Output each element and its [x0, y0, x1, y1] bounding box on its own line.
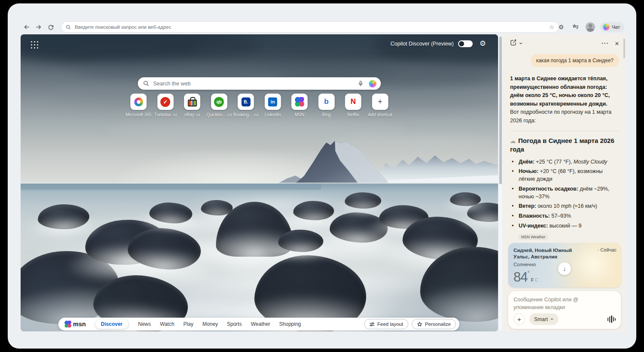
mode-selector[interactable]: Smart: [529, 313, 559, 325]
profile-avatar[interactable]: [586, 22, 595, 32]
shortcut-linkedin[interactable]: inLinkedIn: [259, 94, 286, 117]
copilot-composer[interactable]: Сообщение Copilot или @ упоминание вклад…: [508, 291, 621, 329]
shortcut-quickbooks[interactable]: qbQuickbo...Ad: [206, 94, 233, 117]
mic-icon[interactable]: [358, 80, 364, 87]
favorite-star-icon[interactable]: ☆: [549, 24, 554, 30]
weather-card[interactable]: Сидней, Новый Южный Уэльс, Австралия · С…: [508, 243, 621, 288]
toolbar-right: ⚙ Чат: [556, 21, 624, 33]
search-placeholder: Search the web: [153, 81, 358, 87]
turbotax-icon: ✓: [157, 94, 173, 110]
tab-sports[interactable]: Sports: [227, 321, 242, 327]
answer-summary: 1 марта в Сиднее ожидается тёплая, преим…: [510, 76, 610, 107]
cloud-icon: ☁: [510, 138, 516, 144]
weather-bullet: Вероятность осадков: днём ~29%, ночью ~3…: [510, 185, 619, 201]
address-bar[interactable]: Введите поисковый запрос или веб-адрес ☆: [61, 21, 559, 33]
refresh-icon[interactable]: [46, 22, 56, 32]
copilot-answer: 1 марта в Сиднее ожидается тёплая, преим…: [510, 75, 619, 125]
copilot-discover-row: Copilot Discover (Preview) ⚙: [390, 40, 486, 47]
add-shortcut-icon: +: [372, 94, 388, 110]
weather-bullets: Днём: +25 °C (77 °F), Mostly CloudyНочью…: [510, 158, 619, 230]
voice-input-icon[interactable]: [608, 316, 616, 323]
bing-icon: b: [318, 94, 334, 110]
msn-footer-bar: msn DiscoverNewsWatchPlayMoneySportsWeat…: [58, 318, 459, 331]
chevron-down-icon[interactable]: [519, 39, 523, 47]
app-grid-icon[interactable]: [31, 41, 38, 49]
shortcut-microsoft365[interactable]: Microsoft 365: [125, 94, 152, 117]
weather-time-label: · Сейчас: [598, 247, 617, 260]
personalize-button[interactable]: Personalize: [412, 319, 456, 329]
weather-bullet: Днём: +25 °C (77 °F), Mostly Cloudy: [510, 158, 619, 166]
shortcut-turbotax[interactable]: ✓TurbotaxAd: [152, 94, 179, 117]
weather-temperature: 84°FC: [513, 270, 538, 285]
unit-celsius[interactable]: C: [535, 278, 538, 282]
footer-right: Feed layout Personalize: [364, 319, 456, 329]
sliders-icon: [369, 322, 375, 327]
copilot-chat-button[interactable]: Чат: [600, 22, 624, 32]
footer-tabs: DiscoverNewsWatchPlayMoneySportsWeatherS…: [95, 319, 301, 329]
chevron-down-icon: [550, 317, 554, 321]
personalize-label: Personalize: [425, 322, 451, 327]
netflix-icon: N: [345, 94, 361, 110]
more-options-icon[interactable]: ···: [601, 40, 609, 46]
weather-bullet: Ночью: +20 °C (68 °F), возможны лёгкие д…: [510, 168, 619, 183]
web-search-input[interactable]: Search the web: [138, 77, 381, 90]
microsoft365-icon: [131, 94, 147, 110]
tab-news[interactable]: News: [138, 321, 151, 327]
favorites-bar-icon[interactable]: [571, 22, 580, 32]
extensions-icon[interactable]: ⚙: [556, 22, 566, 32]
back-icon[interactable]: [21, 22, 32, 32]
copilot-discover-toggle[interactable]: [458, 40, 473, 47]
answer-intro: Вот подробности по прогнозу на 1 марта 2…: [510, 109, 611, 124]
add-attachment-button[interactable]: +: [513, 313, 525, 325]
tab-play[interactable]: Play: [183, 321, 193, 327]
divider: [510, 131, 619, 131]
address-placeholder: Введите поисковый запрос или веб-адрес: [75, 24, 549, 30]
chat-button-label: Чат: [612, 24, 620, 30]
msn-logo-icon[interactable]: [64, 321, 71, 328]
new-chat-icon[interactable]: [510, 39, 517, 48]
tab-shopping[interactable]: Shopping: [279, 321, 301, 327]
close-icon[interactable]: ×: [615, 40, 619, 47]
shortcut-add-shortcut[interactable]: +Add shortcut: [367, 94, 394, 117]
shortcut-booking[interactable]: B.Booking...Ad: [233, 94, 260, 117]
forward-icon[interactable]: [33, 22, 44, 32]
composer-placeholder: Сообщение Copilot или @ упоминание вклад…: [513, 296, 606, 311]
search-icon: [143, 80, 149, 87]
weather-bullet: Влажность: 57–93%: [510, 212, 619, 220]
shortcut-bing[interactable]: bBing: [313, 94, 340, 117]
weather-location: Сидней, Новый Южный Уэльс, Австралия: [513, 247, 586, 260]
shortcut-msn[interactable]: MSN: [286, 94, 313, 117]
shortcut-netflix[interactable]: NNetflix: [340, 94, 367, 117]
expand-weather-button[interactable]: ↓: [558, 262, 571, 275]
copilot-icon: [603, 24, 610, 30]
msn-logo-text[interactable]: msn: [73, 321, 86, 328]
search-icon: [66, 24, 71, 30]
page-scrollbar[interactable]: [499, 35, 502, 331]
tab-watch[interactable]: Watch: [160, 321, 175, 327]
tab-weather[interactable]: Weather: [251, 321, 270, 327]
sidebar-header: ··· ×: [510, 39, 619, 48]
shortcuts-row: Microsoft 365✓TurbotaxAdeBayAdqbQuickbo.…: [125, 94, 394, 117]
ebay-icon: [184, 94, 200, 110]
tab-discover[interactable]: Discover: [95, 319, 128, 329]
tab-money[interactable]: Money: [202, 321, 218, 327]
copilot-sidebar: ··· × какая погода 1 марта в Синдее? 1 м…: [503, 34, 626, 331]
unit-fahrenheit[interactable]: F: [531, 278, 534, 282]
copilot-icon[interactable]: [369, 80, 377, 88]
sidebar-scrollbar[interactable]: [623, 39, 625, 58]
feed-layout-label: Feed layout: [377, 322, 403, 327]
weather-section-title: ☁Погода в Сиднее 1 марта 2026 года: [510, 137, 619, 154]
browser-window: Введите поисковый запрос или веб-адрес ☆…: [8, 3, 636, 349]
quickbooks-icon: qb: [211, 94, 227, 110]
browser-toolbar: Введите поисковый запрос или веб-адрес ☆: [8, 21, 636, 33]
newtab-background-image: Copilot Discover (Preview) ⚙ Search the …: [21, 34, 498, 331]
booking-icon: B.: [238, 94, 254, 110]
user-message-bubble: какая погода 1 марта в Синдее?: [531, 54, 619, 67]
linkedin-icon: in: [264, 94, 281, 110]
page-settings-gear-icon[interactable]: ⚙: [480, 40, 486, 47]
source-badge[interactable]: MSN Weather: [519, 234, 548, 240]
feed-layout-button[interactable]: Feed layout: [364, 319, 408, 329]
shortcut-ebay[interactable]: eBayAd: [179, 94, 206, 117]
scrollbar-thumb[interactable]: [499, 36, 502, 184]
msn-icon: [292, 94, 308, 110]
